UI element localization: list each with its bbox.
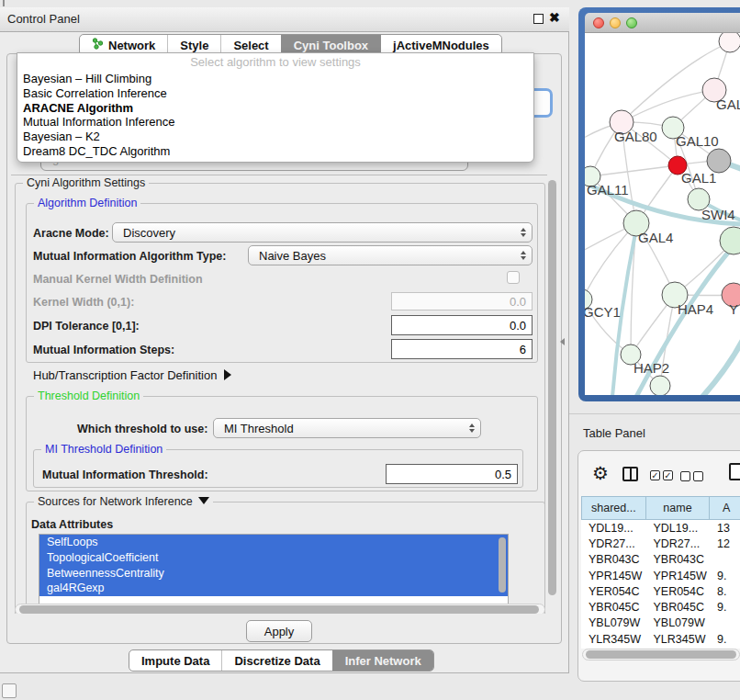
table-cell: 13 (710, 520, 740, 536)
algorithm-popup-item[interactable]: ARACNE Algorithm (17, 101, 533, 116)
settings-vscrollbar-thumb[interactable] (548, 180, 556, 595)
hub-definition-expander[interactable]: Hub/Transcription Factor Definition (33, 368, 231, 382)
algorithm-popup-item[interactable]: Bayesian – Hill Climbing (17, 72, 533, 86)
aracne-mode-value: Discovery (123, 226, 175, 240)
kernel-width-field[interactable]: 0.0 (391, 292, 533, 310)
network-node-label: GCY1 (585, 304, 621, 320)
table-cell (710, 615, 740, 631)
network-window-titlebar[interactable] (585, 13, 740, 33)
network-node[interactable] (720, 227, 740, 254)
deselect-all-icon[interactable] (693, 471, 703, 481)
tab-label: Select (233, 39, 268, 52)
network-node-label: GAL (716, 96, 740, 112)
zoom-window-icon[interactable] (626, 17, 637, 28)
manual-kernel-label: Manual Kernel Width Definition (33, 273, 203, 286)
manual-kernel-checkbox[interactable] (507, 271, 520, 284)
aracne-mode-label: Aracne Mode: (33, 227, 109, 240)
tab-label: Cyni Toolbox (294, 39, 368, 52)
cyni-settings-group-title: Cyni Algorithm Settings (23, 176, 149, 189)
close-icon[interactable]: ✖ (549, 10, 560, 25)
tab-discretize-data[interactable]: Discretize Data (221, 650, 331, 671)
page-icon[interactable] (729, 463, 740, 480)
network-canvas[interactable]: GALGAL80GAL10GAL1GAL11SWI4GAL4GCY1HAP4YH… (585, 33, 740, 395)
table-column-header[interactable]: A (710, 496, 740, 520)
columns-icon[interactable] (622, 467, 638, 481)
settings-scrollpane: Cyni Algorithm Settings Algorithm Defini… (11, 175, 547, 614)
algorithm-popup-item[interactable]: Bayesian – K2 (17, 130, 533, 144)
tab-infer-network[interactable]: Infer Network (332, 650, 433, 671)
mi-steps-field[interactable]: 6 (391, 339, 533, 359)
table-cell: YDR27... (645, 536, 710, 551)
table-row[interactable]: YDL19...YDL19...13 (581, 520, 740, 536)
algorithm-popup-placeholder[interactable]: Select algorithm to view settings (17, 53, 533, 72)
show-panel-icon[interactable] (2, 683, 17, 698)
data-attribute-item[interactable]: SelfLoops (39, 535, 508, 550)
table-cell: YER054C (645, 583, 710, 599)
table-row[interactable]: YBL079WYBL079W (581, 615, 740, 631)
aracne-mode-combo[interactable]: Discovery (112, 222, 533, 243)
mi-threshold-label: Mutual Information Threshold: (42, 469, 208, 481)
data-attribute-item[interactable]: TopologicalCoefficient (39, 550, 508, 566)
which-threshold-combo[interactable]: MI Threshold (213, 418, 481, 438)
table-cell: 8. (710, 583, 740, 599)
table-panel-title: Table Panel (583, 426, 645, 440)
table-cell: YBR043C (645, 552, 710, 568)
table-row[interactable]: YER054CYER054C8. (581, 583, 740, 599)
network-node-label: GAL1 (681, 170, 716, 186)
table-cell: YDL19... (581, 520, 645, 536)
corner-notch (3, 0, 5, 6)
network-node[interactable] (719, 33, 740, 52)
network-edge[interactable] (622, 90, 714, 122)
table-row[interactable]: YBR045CYBR045C9. (581, 599, 740, 615)
data-attribute-item[interactable]: BetweennessCentrality (39, 566, 508, 581)
minimize-window-icon[interactable] (610, 17, 621, 28)
network-node[interactable] (650, 376, 670, 395)
table-cell: YBL079W (581, 615, 645, 631)
splitter-collapse-arrow[interactable] (560, 338, 565, 345)
network-node[interactable] (707, 149, 731, 173)
network-node-label: HAP2 (633, 360, 669, 376)
table-row[interactable]: YLR345WYLR345W9. (581, 631, 740, 647)
tab-label: jActiveMNodules (393, 39, 489, 52)
table-hscrollbar-thumb[interactable] (586, 650, 736, 659)
settings-hscrollbar-thumb[interactable] (19, 605, 539, 614)
algorithm-popup-item[interactable]: Dream8 DC_TDC Algorithm (17, 144, 533, 159)
mi-threshold-field[interactable]: 0.5 (386, 464, 518, 484)
table-row[interactable]: YPR145WYPR145W9. (581, 568, 740, 583)
stepper-arrows-icon (521, 251, 526, 260)
select-all-icon[interactable]: ✓ (650, 470, 660, 480)
network-edge[interactable] (590, 165, 678, 176)
data-attribute-item[interactable]: gal4RGexp (39, 581, 508, 596)
sources-group-title[interactable]: Sources for Network Inference (34, 495, 213, 508)
algorithm-popup-item[interactable]: Mutual Information Inference (17, 115, 533, 130)
network-node-label: HAP4 (678, 301, 713, 317)
attributes-list-scrollbar-thumb[interactable] (499, 537, 506, 593)
close-window-icon[interactable] (593, 17, 604, 28)
table-row[interactable]: YBR043CYBR043C (581, 552, 740, 568)
network-edge-thick[interactable] (702, 336, 740, 395)
table-column-header[interactable]: shared... (581, 496, 646, 520)
tab-label: Discretize Data (234, 654, 320, 668)
threshold-definition-title: Threshold Definition (34, 390, 143, 402)
mi-type-combo[interactable]: Naive Bayes (248, 245, 533, 265)
algorithm-definition-title: Algorithm Definition (34, 197, 140, 209)
tab-impute-data[interactable]: Impute Data (129, 650, 221, 671)
apply-button[interactable]: Apply (246, 620, 312, 642)
stepper-arrows-icon (469, 423, 475, 433)
dpi-tolerance-field[interactable]: 0.0 (391, 315, 533, 335)
table-cell: YLR345W (645, 631, 710, 647)
table-row[interactable]: YDR27...YDR27...12 (581, 536, 740, 551)
table-cell: YBR045C (645, 599, 710, 615)
gear-icon[interactable]: ⚙ (592, 464, 609, 482)
table-cell: 9. (710, 599, 740, 615)
which-threshold-label: Which threshold to use: (77, 423, 207, 435)
which-threshold-value: MI Threshold (224, 422, 294, 435)
table-cell: YDL19... (645, 520, 710, 536)
table-cell: YPR145W (645, 568, 710, 583)
float-window-icon[interactable] (533, 14, 544, 24)
algorithm-popup-item[interactable]: Basic Correlation Inference (17, 86, 533, 101)
table-column-header[interactable]: name (646, 496, 711, 520)
apply-button-label: Apply (264, 625, 295, 638)
deselect-all-icon[interactable] (680, 471, 690, 481)
select-all-icon[interactable]: ✓ (663, 470, 673, 480)
